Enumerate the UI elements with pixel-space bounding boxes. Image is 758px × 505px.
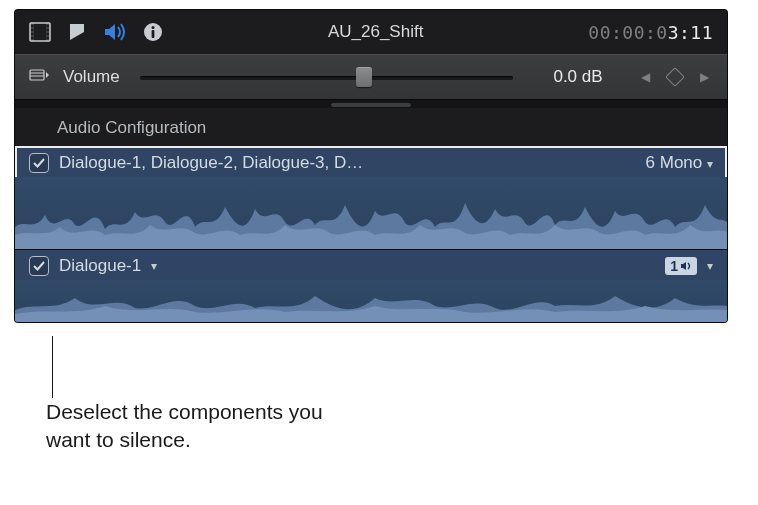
info-icon[interactable]: [143, 22, 163, 42]
chevron-down-icon: ▾: [707, 157, 713, 171]
svg-rect-8: [47, 29, 50, 31]
clip-name: AU_26_Shift: [328, 22, 423, 42]
volume-param-icon[interactable]: [29, 67, 49, 88]
volume-label: Volume: [63, 67, 120, 87]
svg-rect-9: [47, 33, 50, 35]
keyframe-prev[interactable]: ◀: [637, 70, 654, 84]
svg-rect-7: [47, 25, 50, 27]
component-label: Dialogue-1, Dialogue-2, Dialogue-3, D…: [59, 153, 363, 173]
component-enable-checkbox[interactable]: [29, 153, 49, 173]
callout-leader-line: [52, 336, 53, 398]
timecode: 00:00:03:11: [588, 22, 713, 43]
waveform-display: [15, 177, 727, 249]
keyframe-next[interactable]: ▶: [696, 70, 713, 84]
waveform-display: [15, 280, 727, 322]
svg-rect-13: [152, 30, 155, 38]
svg-rect-5: [31, 33, 34, 35]
audio-inspector-panel: AU_26_Shift 00:00:03:11 Volume 0.0 dB ◀ …: [15, 10, 727, 322]
svg-rect-4: [31, 29, 34, 31]
svg-point-12: [152, 26, 155, 29]
callout-text: Deselect the components you want to sile…: [46, 398, 346, 455]
svg-rect-3: [31, 25, 34, 27]
audio-component-row[interactable]: Dialogue-1 ▾ 1 ▾: [15, 249, 727, 322]
volume-value[interactable]: 0.0 dB: [533, 67, 623, 87]
component-label: Dialogue-1: [59, 256, 141, 276]
marker-icon[interactable]: [67, 22, 87, 42]
annotation-callout: Deselect the components you want to sile…: [46, 398, 346, 455]
resize-handle[interactable]: [15, 100, 727, 108]
svg-rect-14: [30, 70, 44, 80]
chevron-down-icon[interactable]: ▾: [151, 259, 157, 273]
speaker-icon[interactable]: [103, 22, 127, 42]
film-icon[interactable]: [29, 22, 51, 42]
audio-configuration-title: Audio Configuration: [15, 108, 727, 146]
keyframe-add-icon[interactable]: [665, 67, 685, 87]
volume-slider[interactable]: [140, 74, 513, 80]
svg-rect-10: [47, 37, 50, 39]
volume-row: Volume 0.0 dB ◀ ▶: [15, 54, 727, 100]
svg-rect-6: [31, 37, 34, 39]
chevron-down-icon[interactable]: ▾: [707, 259, 713, 273]
component-enable-checkbox[interactable]: [29, 256, 49, 276]
channel-config-dropdown[interactable]: 6 Mono ▾: [646, 153, 713, 173]
audio-component-row[interactable]: Dialogue-1, Dialogue-2, Dialogue-3, D… 6…: [15, 146, 727, 249]
channel-badge[interactable]: 1: [665, 257, 697, 275]
inspector-header: AU_26_Shift 00:00:03:11: [15, 10, 727, 54]
volume-slider-knob[interactable]: [356, 67, 372, 87]
